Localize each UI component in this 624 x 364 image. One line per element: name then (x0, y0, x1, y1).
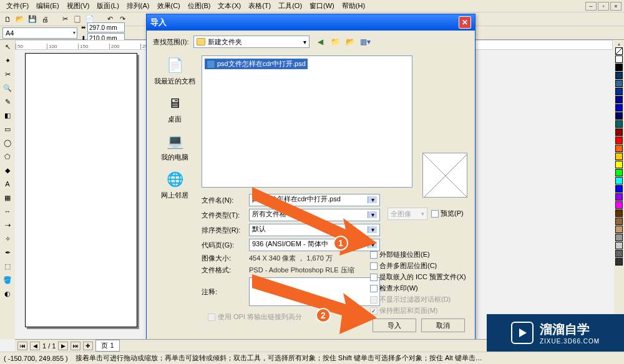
opt-merge-layers-checkbox[interactable] (370, 262, 378, 270)
swatch-16[interactable] (615, 185, 623, 193)
next-page-button[interactable]: ▶ (58, 342, 68, 350)
watermark-logo: 溜溜自学 ZIXUE.3D66.COM (487, 314, 624, 352)
interactive-fill-icon[interactable]: ◐ (2, 288, 13, 299)
menu-arrange[interactable]: 排列(A) (123, 0, 154, 12)
swatch-15[interactable] (615, 177, 623, 184)
table-tool-icon[interactable]: ▦ (2, 192, 13, 203)
swatch-5[interactable] (615, 96, 623, 103)
opt-external-bitmap-checkbox[interactable] (370, 251, 378, 259)
crop-tool-icon[interactable]: ✂ (2, 69, 13, 80)
freehand-tool-icon[interactable]: ✎ (2, 96, 13, 107)
notes-textarea[interactable] (249, 277, 380, 306)
first-page-button[interactable]: ⏮ (17, 342, 27, 350)
views-icon[interactable]: ▦▾ (359, 36, 371, 47)
swatch-9[interactable] (615, 128, 623, 136)
eyedropper-tool-icon[interactable]: ✒ (2, 247, 13, 258)
swatch-7[interactable] (615, 112, 623, 120)
file-item-selected[interactable]: psd文件怎样在cdr中打开.psd (205, 59, 308, 69)
restore-button[interactable]: ▫ (598, 2, 609, 11)
print-icon[interactable]: 🖨 (40, 14, 50, 24)
preview-checkbox[interactable] (431, 210, 439, 218)
place-computer[interactable]: 💻我的电脑 (161, 132, 188, 162)
swatch-19[interactable] (615, 209, 623, 217)
open-icon[interactable]: 📂 (15, 14, 25, 24)
swatch-22[interactable] (615, 234, 623, 241)
page-width-field[interactable] (87, 22, 125, 32)
swatch-12[interactable] (615, 153, 623, 160)
swatch-17[interactable] (615, 193, 623, 201)
swatch-11[interactable] (615, 145, 623, 152)
swatch-none[interactable] (615, 47, 623, 55)
outline-tool-icon[interactable]: ⬚ (2, 261, 13, 272)
swatch-1[interactable] (615, 64, 623, 71)
opt-extract-icc-checkbox[interactable] (370, 274, 378, 281)
new-folder-icon[interactable]: 📂 (344, 36, 356, 47)
page-size-combo[interactable]: A4 (2, 27, 77, 39)
connector-tool-icon[interactable]: ⇢ (2, 219, 13, 231)
basic-shapes-icon[interactable]: ◆ (2, 165, 13, 176)
swatch-4[interactable] (615, 88, 623, 95)
back-icon[interactable]: ◀ (314, 36, 326, 47)
smart-fill-icon[interactable]: ◧ (2, 110, 13, 121)
swatch-3[interactable] (615, 80, 623, 87)
swatch-21[interactable] (615, 226, 623, 233)
up-folder-icon[interactable]: 📁 (329, 36, 341, 47)
ellipse-tool-icon[interactable]: ◯ (2, 137, 13, 148)
sort-combo[interactable]: 默认 (249, 224, 380, 236)
minimize-button[interactable]: – (585, 2, 597, 11)
prev-page-button[interactable]: ◀ (30, 342, 40, 350)
fill-tool-icon[interactable]: 🪣 (2, 274, 13, 285)
place-recent[interactable]: 📄我最近的文档 (154, 55, 195, 86)
swatch-14[interactable] (615, 169, 623, 176)
menu-tools[interactable]: 工具(O) (275, 0, 306, 12)
new-icon[interactable]: 🗋 (2, 14, 12, 24)
swatch-8[interactable] (615, 120, 623, 128)
swatch-2[interactable] (615, 72, 623, 79)
file-list[interactable]: psd文件怎样在cdr中打开.psd (202, 55, 412, 188)
swatch-10[interactable] (615, 136, 623, 144)
menu-bitmaps[interactable]: 位图(B) (184, 0, 215, 12)
cut-icon[interactable]: ✂ (60, 14, 70, 24)
menu-table[interactable]: 表格(T) (245, 0, 275, 12)
zoom-tool-icon[interactable]: 🔍 (2, 82, 13, 93)
place-desktop[interactable]: 🖥桌面 (165, 93, 185, 124)
import-button[interactable]: 导入 (373, 318, 416, 332)
dimension-tool-icon[interactable]: ↔ (2, 206, 13, 217)
add-page-button[interactable]: ✚ (83, 342, 93, 350)
codepage-combo[interactable]: 936 (ANSI/OEM - 简体中 (249, 239, 380, 251)
swatch-23[interactable] (615, 242, 623, 249)
dialog-close-icon[interactable]: ✕ (459, 16, 471, 29)
polygon-tool-icon[interactable]: ⬠ (2, 151, 13, 162)
cancel-button[interactable]: 取消 (421, 318, 465, 332)
swatch-13[interactable] (615, 161, 623, 168)
swatch-0[interactable] (615, 55, 623, 63)
menu-file[interactable]: 文件(F) (2, 0, 32, 12)
rectangle-tool-icon[interactable]: ▭ (2, 123, 13, 135)
save-icon[interactable]: 💾 (27, 14, 37, 24)
menu-text[interactable]: 文本(X) (214, 0, 245, 12)
swatch-20[interactable] (615, 218, 623, 225)
lookin-combo[interactable]: 新建文件夹 (193, 36, 310, 48)
text-tool-icon[interactable]: A (2, 178, 13, 189)
filename-field[interactable]: psd文件怎样在cdr中打开.psd (249, 194, 380, 206)
opt-watermark-checkbox[interactable] (370, 285, 378, 292)
swatch-24[interactable] (615, 250, 623, 257)
swatch-18[interactable] (615, 201, 623, 209)
menu-effects[interactable]: 效果(C) (154, 0, 184, 12)
filetype-combo[interactable]: 所有文件格 (249, 209, 380, 221)
imgsize-label: 图像大小: (202, 254, 245, 263)
swatch-6[interactable] (615, 104, 623, 112)
menu-window[interactable]: 窗口(W) (306, 0, 338, 12)
interactive-tool-icon[interactable]: ✧ (2, 233, 13, 244)
menu-help[interactable]: 帮助(H) (338, 0, 369, 12)
place-network[interactable]: 🌐网上邻居 (161, 170, 188, 200)
pick-tool-icon[interactable]: ↖ (2, 41, 13, 52)
shape-tool-icon[interactable]: ✦ (2, 55, 13, 66)
menu-edit[interactable]: 编辑(E) (32, 0, 63, 12)
swatch-25[interactable] (615, 258, 623, 266)
close-button[interactable]: × (610, 2, 622, 11)
menu-layout[interactable]: 版面(L) (93, 0, 122, 12)
menu-view[interactable]: 视图(V) (63, 0, 94, 12)
page-tab[interactable]: 页 1 (95, 340, 119, 352)
last-page-button[interactable]: ⏭ (71, 342, 80, 350)
